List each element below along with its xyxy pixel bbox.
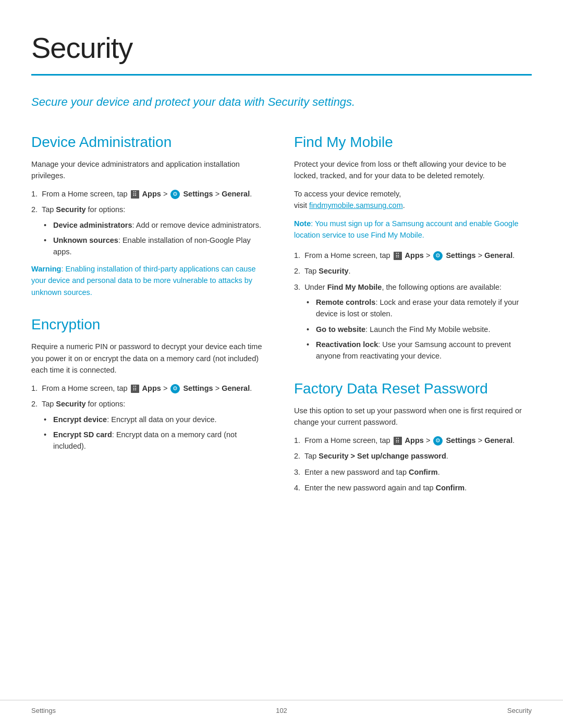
device-admin-warning: Warning: Enabling installation of third-…: [31, 263, 269, 298]
settings-icon-enc: ⚙: [170, 384, 180, 393]
factory-reset-description: Use this option to set up your password …: [294, 405, 532, 428]
settings-icon-fmm: ⚙: [433, 251, 443, 261]
encryption-title: Encryption: [31, 314, 269, 336]
left-column: Device Administration Manage your device…: [31, 131, 269, 510]
factory-reset-title: Factory Data Reset Password: [294, 378, 532, 400]
apps-icon-enc: [131, 385, 139, 393]
find-my-mobile-access: To access your device remotely, visit fi…: [294, 188, 532, 212]
bullet-reactivation-lock: Reactivation lock: Use your Samsung acco…: [307, 339, 532, 362]
encryption-section: Encryption Require a numeric PIN or pass…: [31, 314, 269, 452]
bullet-device-administrators: Device administrators: Add or remove dev…: [44, 220, 269, 231]
fmm-step-3: 3. Under Find My Mobile, the following o…: [294, 281, 532, 293]
find-my-mobile-section: Find My Mobile Protect your device from …: [294, 131, 532, 362]
note-label: Note: [294, 219, 311, 228]
apps-icon-fr: [394, 437, 402, 445]
fr-step-4: 4. Enter the new password again and tap …: [294, 482, 532, 493]
bullet-go-to-website: Go to website: Launch the Find My Mobile…: [307, 324, 532, 336]
footer-right: Security: [507, 706, 532, 716]
settings-icon: ⚙: [170, 190, 180, 199]
title-divider: [31, 74, 532, 76]
bullet-encrypt-device: Encrypt device: Encrypt all data on your…: [44, 414, 269, 426]
footer-center: 102: [276, 706, 287, 716]
device-admin-bullets: Device administrators: Add or remove dev…: [44, 220, 269, 258]
fmm-step-2: 2. Tap Security.: [294, 265, 532, 277]
encryption-description: Require a numeric PIN or password to dec…: [31, 341, 269, 376]
warning-label: Warning: [31, 265, 61, 273]
footer-left: Settings: [31, 706, 56, 716]
find-my-mobile-note: Note: You must sign up for a Samsung acc…: [294, 218, 532, 241]
encryption-step-1: 1. From a Home screen, tap Apps > ⚙ Sett…: [31, 382, 269, 394]
fr-step-2: 2. Tap Security > Set up/change password…: [294, 450, 532, 462]
intro-text: Secure your device and protect your data…: [31, 94, 532, 110]
device-admin-title: Device Administration: [31, 131, 269, 153]
device-admin-step-2: 2. Tap Security for options:: [31, 204, 269, 215]
bullet-remote-controls: Remote controls: Lock and erase your dat…: [307, 297, 532, 320]
fr-step-1: 1. From a Home screen, tap Apps > ⚙ Sett…: [294, 435, 532, 446]
find-my-mobile-title: Find My Mobile: [294, 131, 532, 153]
warning-body: : Enabling installation of third-party a…: [31, 265, 256, 297]
fmm-step-1: 1. From a Home screen, tap Apps > ⚙ Sett…: [294, 250, 532, 261]
bullet-encrypt-sd: Encrypt SD card: Encrypt data on a memor…: [44, 429, 269, 452]
device-admin-step-1: 1. From a Home screen, tap Apps > ⚙ Sett…: [31, 188, 269, 200]
page-title: Security: [31, 26, 532, 70]
apps-icon-fmm: [394, 252, 402, 260]
device-admin-section: Device Administration Manage your device…: [31, 131, 269, 299]
fr-step-3: 3. Enter a new password and tap Confirm.: [294, 466, 532, 478]
encryption-step-2: 2. Tap Security for options:: [31, 398, 269, 410]
apps-icon: [131, 190, 139, 199]
fmm-bullets: Remote controls: Lock and erase your dat…: [307, 297, 532, 362]
encryption-bullets: Encrypt device: Encrypt all data on your…: [44, 414, 269, 452]
settings-icon-fr: ⚙: [433, 436, 443, 446]
page-footer: Settings 102 Security: [0, 700, 563, 716]
factory-reset-section: Factory Data Reset Password Use this opt…: [294, 378, 532, 494]
find-my-mobile-description: Protect your device from loss or theft a…: [294, 158, 532, 182]
findmymobile-link[interactable]: findmymobile.samsung.com: [309, 201, 403, 209]
right-column: Find My Mobile Protect your device from …: [294, 131, 532, 510]
bullet-unknown-sources: Unknown sources: Enable installation of …: [44, 235, 269, 258]
device-admin-description: Manage your device administrators and ap…: [31, 158, 269, 182]
